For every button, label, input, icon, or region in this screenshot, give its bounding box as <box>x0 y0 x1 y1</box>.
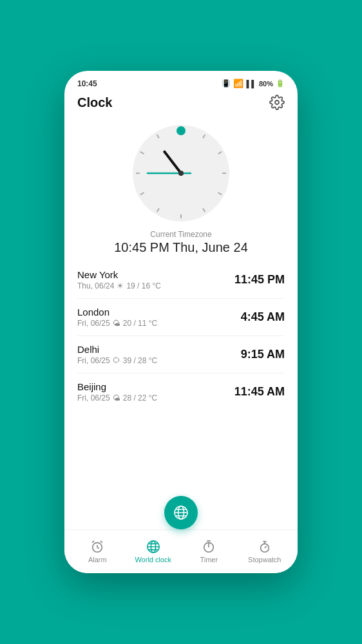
nav-stopwatch-label: Stopwatch <box>248 556 281 564</box>
timezone-label: Current Timezone <box>150 230 211 239</box>
phone-frame: 10:45 📳 📶 ▌▌ 80% 🔋 Clock <box>64 71 298 573</box>
weather-icon-haze: 🌣 <box>113 356 120 365</box>
svg-point-0 <box>275 100 279 104</box>
settings-icon[interactable] <box>269 95 285 110</box>
signal-icon: ▌▌ <box>246 80 256 88</box>
city-name: Delhi <box>77 344 157 355</box>
nav-timer[interactable]: Timer <box>181 540 237 564</box>
status-bar: 10:45 📳 📶 ▌▌ 80% 🔋 <box>64 71 298 92</box>
app-header: Clock <box>64 92 298 117</box>
city-temp: 20 / 11 °C <box>123 319 158 328</box>
city-temp: 19 / 16 °C <box>126 281 161 290</box>
svg-point-36 <box>260 544 269 552</box>
stopwatch-icon <box>258 540 272 554</box>
battery-text: 80% <box>259 80 273 88</box>
city-time: 11:45 PM <box>234 273 285 287</box>
city-item-newyork[interactable]: New York Thu, 06/24 ☀ 19 / 16 °C 11:45 P… <box>77 261 285 299</box>
city-item-london[interactable]: London Fri, 06/25 🌤 20 / 11 °C 4:45 AM <box>77 299 285 336</box>
city-item-beijing[interactable]: Beijing Fri, 06/25 🌤 28 / 22 °C 11:45 AM <box>77 374 285 410</box>
city-item-delhi[interactable]: Delhi Fri, 06/25 🌣 39 / 28 °C 9:15 AM <box>77 336 285 374</box>
city-name: New York <box>77 269 161 280</box>
city-date: Fri, 06/25 <box>77 319 110 328</box>
city-meta: Fri, 06/25 🌣 39 / 28 °C <box>77 356 157 365</box>
weather-icon-sun: ☀ <box>117 281 124 290</box>
nav-worldclock-label: World clock <box>135 556 171 564</box>
nav-alarm-label: Alarm <box>88 556 107 564</box>
vibrate-icon: 📳 <box>222 79 231 88</box>
city-date: Fri, 06/25 <box>77 393 110 402</box>
wifi-icon: 📶 <box>233 79 243 88</box>
city-time: 11:45 AM <box>234 385 285 399</box>
bottom-nav: Alarm World clock Timer <box>64 529 298 573</box>
svg-line-28 <box>100 541 102 543</box>
world-clock-icon <box>146 540 160 554</box>
svg-line-39 <box>265 546 267 548</box>
clock-section: Current Timezone 10:45 PM Thu, June 24 <box>64 117 298 258</box>
city-meta: Fri, 06/25 🌤 20 / 11 °C <box>77 319 157 328</box>
timer-icon <box>202 540 216 554</box>
page-title: Clock <box>77 95 112 110</box>
city-date: Fri, 06/25 <box>77 356 110 365</box>
status-time: 10:45 <box>77 79 97 88</box>
svg-line-27 <box>92 541 94 543</box>
city-info-delhi: Delhi Fri, 06/25 🌣 39 / 28 °C <box>77 344 157 365</box>
svg-point-18 <box>178 171 184 176</box>
status-icons: 📳 📶 ▌▌ 80% 🔋 <box>222 79 285 88</box>
nav-stopwatch[interactable]: Stopwatch <box>237 540 293 564</box>
nav-worldclock[interactable]: World clock <box>126 540 182 564</box>
analog-clock <box>129 122 233 225</box>
city-name: London <box>77 307 157 317</box>
city-date: Thu, 06/24 <box>77 281 114 290</box>
nav-timer-label: Timer <box>200 556 218 564</box>
city-list: New York Thu, 06/24 ☀ 19 / 16 °C 11:45 P… <box>64 258 298 414</box>
svg-point-14 <box>176 126 186 135</box>
city-meta: Thu, 06/24 ☀ 19 / 16 °C <box>77 281 161 290</box>
city-info-london: London Fri, 06/25 🌤 20 / 11 °C <box>77 307 157 328</box>
weather-icon-cloud: 🌤 <box>113 319 120 328</box>
city-temp: 39 / 28 °C <box>123 356 158 365</box>
alarm-icon <box>90 540 104 554</box>
add-world-clock-fab[interactable] <box>164 496 198 529</box>
nav-alarm[interactable]: Alarm <box>70 540 126 564</box>
city-time: 9:15 AM <box>241 348 285 361</box>
svg-line-26 <box>97 547 99 549</box>
city-info-beijing: Beijing Fri, 06/25 🌤 28 / 22 °C <box>77 381 157 402</box>
city-info-newyork: New York Thu, 06/24 ☀ 19 / 16 °C <box>77 269 161 290</box>
weather-icon-cloud: 🌤 <box>113 393 120 402</box>
current-time: 10:45 PM Thu, June 24 <box>114 240 248 255</box>
city-name: Beijing <box>77 381 157 392</box>
city-meta: Fri, 06/25 🌤 28 / 22 °C <box>77 393 157 402</box>
city-temp: 28 / 22 °C <box>123 393 158 402</box>
battery-icon: 🔋 <box>276 79 285 88</box>
city-time: 4:45 AM <box>241 310 285 324</box>
